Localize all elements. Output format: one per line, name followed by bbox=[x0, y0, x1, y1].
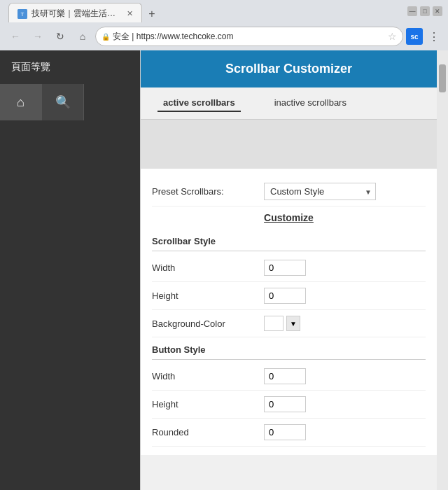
button-style-section-title: Button Style bbox=[152, 337, 426, 360]
bookmark-icon[interactable]: ☆ bbox=[388, 31, 397, 42]
button-rounded-row: Rounded bbox=[152, 419, 426, 447]
page-scrollbar[interactable] bbox=[437, 50, 448, 490]
preset-select-wrapper: Custom Style Default Thin Wide Round Min… bbox=[264, 183, 376, 200]
sidebar-search-icon[interactable]: 🔍 bbox=[42, 84, 84, 120]
close-button[interactable]: ✕ bbox=[433, 6, 442, 16]
window-controls: — □ ✕ bbox=[407, 6, 442, 16]
preset-label: Preset Scrollbars: bbox=[152, 186, 264, 197]
scrollbar-bgcolor-row: Background-Color ▼ bbox=[152, 310, 426, 337]
minimize-button[interactable]: — bbox=[407, 6, 417, 16]
button-rounded-label: Rounded bbox=[152, 427, 264, 438]
extension-icon[interactable]: sc bbox=[406, 28, 423, 45]
button-width-label: Width bbox=[152, 371, 264, 382]
toolbar: ← → ↻ ⌂ 🔒 安全 | https://www.techcoke.com … bbox=[0, 22, 448, 50]
scrollbar-style-section-title: Scrollbar Style bbox=[152, 229, 426, 251]
scrollbar-width-row: Width bbox=[152, 254, 426, 282]
webpage-sidebar: 頁面等覽 ⌂ 🔍 bbox=[0, 50, 140, 490]
scrollbar-height-label: Height bbox=[152, 290, 264, 301]
svg-text:T: T bbox=[21, 11, 24, 18]
new-tab-button[interactable]: + bbox=[142, 4, 162, 24]
button-height-input[interactable] bbox=[264, 396, 306, 412]
color-swatch bbox=[264, 316, 284, 331]
scrollbar-height-input[interactable] bbox=[264, 288, 306, 304]
button-width-input[interactable] bbox=[264, 368, 306, 384]
url-text: 安全 | https://www.techcoke.com bbox=[113, 31, 385, 43]
forward-button[interactable]: → bbox=[28, 27, 48, 46]
restore-button[interactable]: □ bbox=[420, 6, 430, 16]
scrollbar-thumb[interactable] bbox=[439, 64, 446, 92]
sidebar-header: 頁面等覽 bbox=[0, 50, 140, 84]
tab-title: 技研可樂｜雲端生活數位... bbox=[31, 8, 122, 20]
scrollbar-bgcolor-label: Background-Color bbox=[152, 318, 264, 329]
sidebar-home-icon[interactable]: ⌂ bbox=[0, 84, 42, 120]
panel-header: Scrollbar Customizer bbox=[141, 50, 437, 88]
address-bar[interactable]: 🔒 安全 | https://www.techcoke.com ☆ bbox=[95, 27, 403, 46]
tab-close-button[interactable]: ✕ bbox=[127, 9, 133, 18]
preset-row: Preset Scrollbars: Custom Style Default … bbox=[152, 177, 426, 206]
refresh-button[interactable]: ↻ bbox=[50, 27, 70, 46]
browser-tab[interactable]: T 技研可樂｜雲端生活數位... ✕ bbox=[8, 3, 142, 24]
button-rounded-control bbox=[264, 424, 306, 440]
scrollbar-height-control bbox=[264, 288, 306, 304]
scrollbar-height-row: Height bbox=[152, 282, 426, 310]
preset-control: Custom Style Default Thin Wide Round Min… bbox=[264, 183, 376, 200]
button-rounded-input[interactable] bbox=[264, 424, 306, 440]
button-height-label: Height bbox=[152, 399, 264, 410]
title-bar: T 技研可樂｜雲端生活數位... ✕ + — □ ✕ bbox=[0, 0, 448, 22]
tab-active-scrollbars[interactable]: active scrollbars bbox=[158, 94, 241, 112]
scrollbar-width-control bbox=[264, 260, 306, 276]
preset-select[interactable]: Custom Style Default Thin Wide Round Min… bbox=[264, 183, 376, 200]
back-button[interactable]: ← bbox=[6, 27, 25, 46]
home-button[interactable]: ⌂ bbox=[73, 27, 92, 46]
tab-favicon: T bbox=[18, 9, 27, 19]
content-area: 頁面等覽 ⌂ 🔍 Google Ad 提高企業在Google 上的 電！到 go… bbox=[0, 50, 448, 490]
tab-bar: T 技研可樂｜雲端生活數位... ✕ + bbox=[6, 0, 164, 24]
browser-frame: T 技研可樂｜雲端生活數位... ✕ + — □ ✕ ← → ↻ ⌂ 🔒 安全 … bbox=[0, 0, 448, 490]
scrollbar-width-label: Width bbox=[152, 262, 264, 273]
button-height-row: Height bbox=[152, 391, 426, 419]
sidebar-icons: ⌂ 🔍 bbox=[0, 84, 140, 120]
scrollbar-preview bbox=[141, 120, 437, 169]
button-width-row: Width bbox=[152, 363, 426, 391]
button-width-control bbox=[264, 368, 306, 384]
scrollbar-customizer-panel: Scrollbar Customizer active scrollbars i… bbox=[140, 50, 437, 490]
button-height-control bbox=[264, 396, 306, 412]
lock-icon: 🔒 bbox=[102, 33, 110, 41]
color-dropdown-button[interactable]: ▼ bbox=[286, 316, 300, 331]
scrollbar-width-input[interactable] bbox=[264, 260, 306, 276]
scrollbar-bgcolor-control: ▼ bbox=[264, 316, 300, 331]
panel-body: Preset Scrollbars: Custom Style Default … bbox=[141, 169, 437, 455]
menu-button[interactable]: ⋮ bbox=[426, 28, 442, 45]
tab-inactive-scrollbars[interactable]: inactive scrollbars bbox=[269, 94, 352, 112]
customize-link[interactable]: Customize bbox=[152, 206, 426, 229]
scrollbar-tabs: active scrollbars inactive scrollbars bbox=[141, 88, 437, 120]
